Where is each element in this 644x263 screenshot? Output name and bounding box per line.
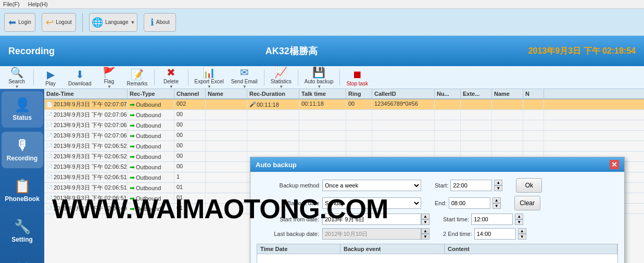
cell-ext xyxy=(461,120,492,130)
lastbackup-spin-up[interactable]: ▲ xyxy=(421,228,430,234)
startdate-spin-down[interactable]: ▼ xyxy=(421,219,430,225)
remarks-label: Remarks xyxy=(127,81,147,86)
endtime2-spin-down[interactable]: ▼ xyxy=(518,234,526,240)
language-icon: 🌐 xyxy=(92,17,103,28)
dialog-body: Backup method Once a week Start: ▲ ▼ Ok xyxy=(250,172,624,263)
delete-icon: ✖ xyxy=(167,66,175,79)
sub-table-body xyxy=(257,254,617,263)
search-button[interactable]: 🔍 Search ▼ xyxy=(4,68,29,87)
cell-datetime: 📄2013年9月3日 下午 02:06:51 xyxy=(44,183,128,193)
export-excel-button[interactable]: 📊 Export Excel ▼ xyxy=(193,68,226,87)
table-row[interactable]: 📄2013年9月3日 下午 02:07:06 ➡Outbound 00 xyxy=(44,110,644,120)
lastbackup-spin-down[interactable]: ▼ xyxy=(421,234,430,240)
outbound-arrow-icon: ➡ xyxy=(130,122,135,129)
sidebar-item-phonebook[interactable]: 📋 PhoneBook xyxy=(2,172,43,209)
backup-date-select[interactable]: Sunday xyxy=(322,197,421,209)
cell-name xyxy=(206,99,247,109)
endtime2-spin-up[interactable]: ▲ xyxy=(518,228,526,234)
cell-talk xyxy=(299,141,346,151)
sidebar-item-online[interactable]: 👥 Online xyxy=(2,253,43,263)
end-time-input[interactable] xyxy=(449,197,490,209)
cell-name xyxy=(206,131,247,141)
col-rectype: Rec-Type xyxy=(128,89,174,98)
starttime2-spin-down[interactable]: ▼ xyxy=(515,219,523,225)
about-button[interactable]: ℹ About xyxy=(144,13,176,32)
table-row[interactable]: 📄2013年9月3日 下午 02:07:06 ➡Outbound 00 xyxy=(44,120,644,131)
sidebar-item-recording[interactable]: 🎙 Recording xyxy=(2,132,43,168)
dialog-close-button[interactable]: ✕ xyxy=(610,160,619,169)
sidebar-item-status[interactable]: 👤 Status xyxy=(2,91,43,128)
cell-rectype: ➡Outbound xyxy=(128,99,174,109)
logout-icon: ↩ xyxy=(46,17,54,28)
end-time2-input[interactable] xyxy=(474,228,516,240)
cell-ext xyxy=(461,99,492,109)
outbound-arrow-icon: ➡ xyxy=(130,184,135,192)
table-row[interactable]: 📄2013年9月3日 下午 02:07:07 ➡Outbound 002 🎤00… xyxy=(44,99,644,110)
start-from-input[interactable] xyxy=(322,214,421,225)
cell-name xyxy=(206,172,247,182)
statistics-button[interactable]: 📈 Statistics ▼ xyxy=(269,68,294,87)
cell-rectype: ➡Outbound xyxy=(128,162,174,172)
backup-arrow-icon: ▼ xyxy=(317,84,321,89)
stop-task-button[interactable]: ⏹ Stop task xyxy=(344,68,370,87)
statistics-label: Statistics xyxy=(271,79,292,84)
cell-datetime: 📄2013年9月3日 下午 02:07:06 xyxy=(44,131,128,141)
language-button[interactable]: 🌐 Language ▼ xyxy=(89,13,137,32)
search-label: Search xyxy=(8,79,25,84)
login-button[interactable]: ⬅ Login xyxy=(4,13,35,32)
backup-method-select[interactable]: Once a week xyxy=(322,180,421,191)
cell-channel: 01 xyxy=(174,183,206,193)
email-arrow-icon: ▼ xyxy=(243,84,247,89)
col-duration: Rec-Duration xyxy=(247,89,299,98)
table-row[interactable]: 📄2013年9月3日 下午 02:07:06 ➡Outbound 00 xyxy=(44,131,644,141)
delete-arrow-icon: ▼ xyxy=(169,84,173,89)
setting-icon: 🔧 xyxy=(14,219,31,235)
phonebook-icon: 📋 xyxy=(14,178,31,194)
cell-nm xyxy=(492,110,523,120)
language-arrow-icon: ▼ xyxy=(131,20,135,25)
menu-file[interactable]: File(F) xyxy=(3,1,20,7)
download-button[interactable]: ⬇ Download xyxy=(66,68,93,87)
cell-name xyxy=(206,193,247,203)
start-spin-up[interactable]: ▲ xyxy=(494,180,502,185)
table-row[interactable]: 📄2013年9月3日 下午 02:06:52 ➡Outbound 00 xyxy=(44,141,644,152)
end-label: End: xyxy=(435,200,447,206)
cell-channel: 002 xyxy=(174,99,206,109)
sidebar-item-setting[interactable]: 🔧 Setting xyxy=(2,212,43,249)
play-button[interactable]: ▶ Play xyxy=(38,68,63,87)
cell-duration xyxy=(247,141,299,151)
cell-channel: 00 xyxy=(174,162,206,172)
about-label: About xyxy=(156,19,170,25)
outbound-arrow-icon: ➡ xyxy=(130,153,135,160)
send-email-button[interactable]: ✉ Send Email ▼ xyxy=(229,68,260,87)
cell-duration xyxy=(247,131,299,141)
login-label: Login xyxy=(18,19,31,25)
clear-button[interactable]: Clear xyxy=(514,196,540,210)
starttime2-spin-up[interactable]: ▲ xyxy=(515,214,523,219)
auto-backup-button[interactable]: 💾 Auto backup ▼ xyxy=(302,68,336,87)
cell-ring: 00 xyxy=(346,99,372,109)
end-spin-down[interactable]: ▼ xyxy=(493,203,501,209)
col-channel: Channel xyxy=(174,89,206,98)
startdate-spin-up[interactable]: ▲ xyxy=(421,214,430,219)
start-time2-input[interactable] xyxy=(471,214,513,225)
outbound-arrow-icon: ➡ xyxy=(130,205,135,212)
cell-talk: 00:11:18 xyxy=(299,99,346,109)
cell-n xyxy=(523,110,544,120)
cell-name xyxy=(206,162,247,172)
cell-datetime: 📄2013年9月3日 下午 02:06:51 xyxy=(44,172,128,182)
delete-button[interactable]: ✖ Delete ▼ xyxy=(159,68,184,87)
start-spin-down[interactable]: ▼ xyxy=(494,185,502,191)
end-spin-up[interactable]: ▲ xyxy=(493,197,501,203)
logout-button[interactable]: ↩ Logout xyxy=(42,13,76,32)
outbound-arrow-icon: ➡ xyxy=(130,174,135,181)
cell-name xyxy=(206,152,247,161)
cell-ext xyxy=(461,141,492,151)
cell-duration xyxy=(247,120,299,130)
start-time-input[interactable] xyxy=(450,180,492,191)
col-n: N xyxy=(523,89,544,98)
ok-button[interactable]: Ok xyxy=(516,178,542,193)
remarks-button[interactable]: 📝 Remarks xyxy=(124,68,149,87)
flag-button[interactable]: 🚩 Flag ▼ xyxy=(96,68,121,87)
menu-help[interactable]: Help(H) xyxy=(28,1,48,7)
